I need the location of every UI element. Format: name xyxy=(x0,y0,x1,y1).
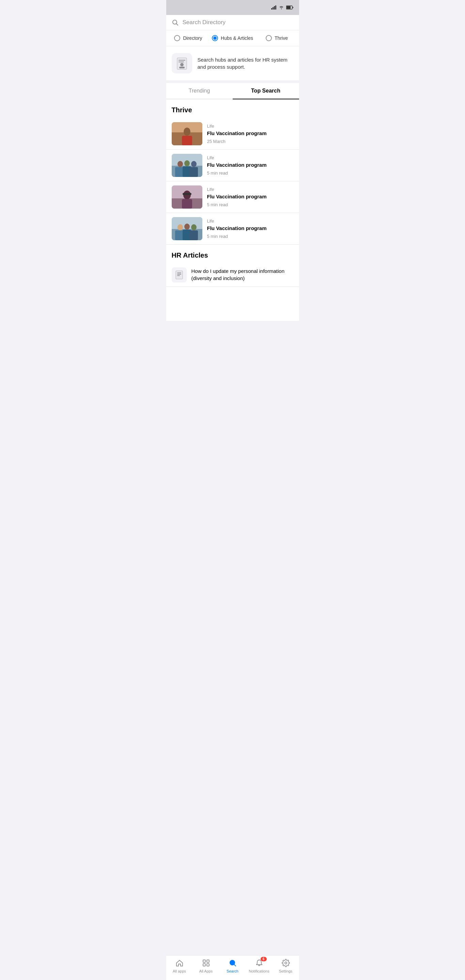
svg-rect-43 xyxy=(203,960,205,962)
article-item[interactable]: Life Flu Vaccination program 5 min read xyxy=(166,150,299,181)
article-category-4: Life xyxy=(207,218,294,224)
segment-label-hubs: Hubs & Articles xyxy=(221,35,253,41)
article-meta-4: Life Flu Vaccination program 5 min read xyxy=(207,218,294,239)
document-person-icon xyxy=(175,56,189,70)
svg-rect-11 xyxy=(179,62,184,62)
segment-thrive[interactable]: Thrive xyxy=(255,30,299,46)
wifi-icon xyxy=(279,5,284,10)
thumb-image-2 xyxy=(172,154,202,177)
article-category-1: Life xyxy=(207,124,294,129)
svg-point-33 xyxy=(177,224,183,231)
tab-top-search[interactable]: Top Search xyxy=(233,83,299,99)
svg-point-22 xyxy=(191,161,197,167)
svg-rect-46 xyxy=(207,964,209,966)
article-thumbnail-4 xyxy=(172,217,202,240)
segment-directory[interactable]: Directory xyxy=(166,30,211,46)
svg-rect-44 xyxy=(207,960,209,962)
article-date-4: 5 min read xyxy=(207,234,294,239)
content-area: Thrive Life Flu Vaccination program 25 M… xyxy=(166,99,299,321)
gear-icon xyxy=(281,958,291,968)
segment-label-directory: Directory xyxy=(183,35,202,41)
article-meta-3: Life Flu Vaccination program 5 min read xyxy=(207,187,294,207)
svg-rect-13 xyxy=(179,67,185,68)
svg-rect-42 xyxy=(177,275,180,276)
article-title-4: Flu Vaccination program xyxy=(207,225,294,232)
segment-label-thrive: Thrive xyxy=(275,35,288,41)
svg-rect-3 xyxy=(275,5,276,10)
status-bar xyxy=(166,0,299,15)
svg-rect-30 xyxy=(182,193,192,195)
sub-tabs: Trending Top Search xyxy=(166,83,299,99)
svg-rect-41 xyxy=(177,274,181,275)
battery-icon xyxy=(286,5,294,10)
article-title-3: Flu Vaccination program xyxy=(207,193,294,200)
nav-all-apps[interactable]: All apps xyxy=(166,958,193,973)
svg-rect-23 xyxy=(175,167,184,177)
article-category-2: Life xyxy=(207,155,294,160)
info-text: Search hubs and articles for HR system a… xyxy=(198,56,294,70)
search-nav-icon xyxy=(228,958,237,968)
signal-icon xyxy=(271,5,276,10)
article-thumbnail-3 xyxy=(172,185,202,208)
document-icon xyxy=(174,270,184,280)
segment-hubs-articles[interactable]: Hubs & Articles xyxy=(211,30,255,46)
nav-label-settings: Settings xyxy=(279,969,292,973)
nav-label-all-apps: All apps xyxy=(173,969,186,973)
nav-label-all-apps-grid: All Apps xyxy=(199,969,213,973)
svg-rect-2 xyxy=(274,6,275,10)
thrive-section-title: Thrive xyxy=(166,99,299,118)
svg-point-21 xyxy=(184,160,190,166)
svg-rect-39 xyxy=(176,271,182,279)
svg-rect-45 xyxy=(203,964,205,966)
svg-line-8 xyxy=(176,24,178,25)
svg-rect-10 xyxy=(179,60,185,60)
segment-control: Directory Hubs & Articles Thrive xyxy=(166,30,299,46)
svg-point-16 xyxy=(184,127,190,136)
nav-label-notifications: Notifications xyxy=(249,969,270,973)
article-title-1: Flu Vaccination program xyxy=(207,130,294,137)
article-item[interactable]: Life Flu Vaccination program 25 March xyxy=(166,118,299,150)
thumb-image-3 xyxy=(172,185,202,208)
article-date-2: 5 min read xyxy=(207,170,294,176)
svg-rect-1 xyxy=(273,7,273,10)
info-icon xyxy=(172,53,192,73)
segment-radio-thrive xyxy=(266,35,272,41)
info-banner: Search hubs and articles for HR system a… xyxy=(166,46,299,80)
svg-rect-40 xyxy=(177,272,181,273)
svg-rect-38 xyxy=(189,231,198,240)
article-thumbnail-2 xyxy=(172,154,202,177)
notification-badge: 6 xyxy=(260,957,267,961)
svg-rect-36 xyxy=(175,231,184,240)
status-icons xyxy=(271,5,294,10)
article-title-2: Flu Vaccination program xyxy=(207,162,294,169)
svg-line-48 xyxy=(234,965,236,966)
search-input-label[interactable]: Search Directory xyxy=(182,19,294,26)
svg-rect-29 xyxy=(182,199,192,208)
hr-section-title: HR Articles xyxy=(166,245,299,263)
search-icon xyxy=(172,19,179,26)
article-item[interactable]: Life Flu Vaccination program 5 min read xyxy=(166,181,299,213)
svg-rect-25 xyxy=(189,167,198,177)
svg-rect-0 xyxy=(271,8,272,10)
nav-label-search: Search xyxy=(227,969,238,973)
nav-notifications[interactable]: 6 Notifications xyxy=(246,958,273,973)
tab-trending[interactable]: Trending xyxy=(166,83,233,99)
svg-rect-5 xyxy=(286,6,291,9)
svg-point-34 xyxy=(184,224,190,230)
svg-point-49 xyxy=(285,962,287,964)
home-icon xyxy=(175,958,184,968)
nav-settings[interactable]: Settings xyxy=(273,958,299,973)
svg-rect-17 xyxy=(182,136,192,145)
bell-icon: 6 xyxy=(254,958,264,968)
thumb-image-4 xyxy=(172,217,202,240)
nav-search[interactable]: Search xyxy=(219,958,246,973)
svg-point-20 xyxy=(177,161,183,167)
svg-point-12 xyxy=(180,63,184,66)
article-date-3: 5 min read xyxy=(207,202,294,207)
hr-article-item[interactable]: How do I update my personal information … xyxy=(166,263,299,287)
segment-radio-hubs xyxy=(212,35,218,41)
article-category-3: Life xyxy=(207,187,294,192)
article-item[interactable]: Life Flu Vaccination program 5 min read xyxy=(166,213,299,245)
bottom-nav: All apps All Apps Search 6 xyxy=(166,955,299,980)
nav-all-apps-grid[interactable]: All Apps xyxy=(193,958,219,973)
